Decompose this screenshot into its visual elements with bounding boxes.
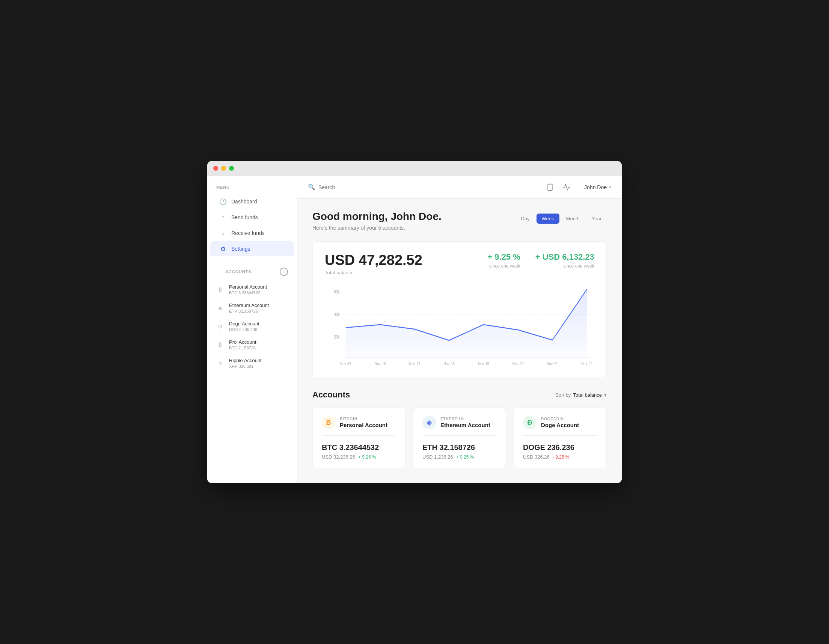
accounts-section: Accounts Sort by Total balance ▾ B BITCO… <box>312 390 607 468</box>
sidebar-account-ripple[interactable]: ✕ Ripple Account XRP 326.591 <box>207 354 297 372</box>
greeting-row: Good morning, John Doe. Here's the summa… <box>312 211 607 231</box>
chart-svg: 60k 40k 20k <box>325 285 594 367</box>
send-funds-icon: ↑ <box>219 214 227 221</box>
balance-block: USD 47,282.52 Total balance <box>325 252 422 276</box>
sidebar-item-settings[interactable]: ⚙ Settings <box>210 241 294 256</box>
btc-personal-info: BITCOIN Personal Account <box>340 417 388 428</box>
sidebar-account-ethereum[interactable]: ◈ Ethereum Account ETH 32.158726 <box>207 299 297 317</box>
total-balance-value: USD 47,282.52 <box>325 252 422 268</box>
maximize-button[interactable] <box>229 166 234 171</box>
greeting-sub: Here's the summary of your 5 accounts. <box>312 225 441 231</box>
pro-info: Pro' Account BTC 2.158726 <box>229 339 257 350</box>
doge-account-name: Doge Account <box>541 422 579 428</box>
period-tab-month[interactable]: Month <box>561 214 585 224</box>
sidebar-account-pro[interactable]: ₿ Pro' Account BTC 2.158726 <box>207 335 297 354</box>
eth-account-type: ETHEREUM <box>440 417 490 421</box>
titlebar <box>207 161 622 176</box>
svg-text:20k: 20k <box>334 334 340 339</box>
period-tab-day[interactable]: Day <box>515 214 535 224</box>
topbar-actions: John Doe ▾ <box>545 182 611 192</box>
user-menu[interactable]: John Doe ▾ <box>584 184 611 190</box>
svg-text:Nov. 20: Nov. 20 <box>512 361 524 366</box>
account-card-btc-personal[interactable]: B BITCOIN Personal Account BTC 3.2364453… <box>312 407 405 468</box>
doge-account-coin-icon: Ð <box>523 416 536 429</box>
usd-change-block: + USD 6,132.23 since one week <box>535 252 594 269</box>
sidebar-account-personal[interactable]: ₿ Personal Account BTC 3.23644532 <box>207 280 297 299</box>
svg-text:60k: 60k <box>334 289 340 294</box>
sort-by-dropdown[interactable]: Sort by Total balance ▾ <box>555 392 607 398</box>
app-window: MENU 🕐 Dashboard ↑ Send funds ↓ Receive … <box>207 161 622 483</box>
greeting-title: Good morning, John Doe. <box>312 211 441 222</box>
sidebar-nav: MENU 🕐 Dashboard ↑ Send funds ↓ Receive … <box>207 185 297 257</box>
period-tab-week[interactable]: Week <box>536 214 559 224</box>
minimize-button[interactable] <box>221 166 226 171</box>
svg-text:Nov. 22: Nov. 22 <box>581 361 593 366</box>
accounts-grid: B BITCOIN Personal Account BTC 3.2364453… <box>312 407 607 468</box>
search-wrap: 🔍 <box>308 184 539 191</box>
sidebar-item-label: Dashboard <box>231 198 257 205</box>
topbar-divider <box>578 184 578 191</box>
topbar: 🔍 <box>297 176 622 198</box>
sidebar-item-label: Send funds <box>231 214 258 220</box>
svg-text:Nov. 16: Nov. 16 <box>375 361 386 366</box>
btc-personal-balance: BTC 3.23644532 <box>322 443 396 452</box>
usd-change-label: since one week <box>535 263 594 269</box>
chart-area: 60k 40k 20k <box>325 285 594 367</box>
btc-personal-name: Personal Account <box>340 422 388 428</box>
eth-account-usd-val: USD 1,236.26 <box>422 454 453 460</box>
eth-account-balance: ETH 32.158726 <box>422 443 497 452</box>
btc-personal-usd: USD 32,236.26 + 9.25 % <box>322 454 396 460</box>
sidebar-item-label: Receive funds <box>231 230 265 236</box>
sidebar: MENU 🕐 Dashboard ↑ Send funds ↓ Receive … <box>207 176 297 483</box>
pct-change-label: since one week <box>487 263 520 269</box>
eth-account-header: ◈ ETHEREUM Ethereum Account <box>422 416 497 436</box>
eth-account-usd: USD 1,236.26 + 9.25 % <box>422 454 497 460</box>
device-icon[interactable] <box>545 182 555 192</box>
ethereum-name: Ethereum Account <box>229 302 269 308</box>
doge-account-type: DOGECOIN <box>541 417 579 421</box>
greeting-text: Good morning, John Doe. Here's the summa… <box>312 211 441 231</box>
account-card-eth-account[interactable]: ◈ ETHEREUM Ethereum Account ETH 32.15872… <box>413 407 506 468</box>
dashboard-icon: 🕐 <box>219 198 227 205</box>
add-account-button[interactable]: + <box>280 268 288 276</box>
accounts-section-title: Accounts <box>312 390 350 400</box>
personal-sub: BTC 3.23644532 <box>229 290 267 295</box>
period-tab-year[interactable]: Year <box>586 214 607 224</box>
pct-change-block: + 9.25 % since one week <box>487 252 520 269</box>
pro-sub: BTC 2.158726 <box>229 346 257 350</box>
btc-personal-usd-val: USD 32,236.26 <box>322 454 355 460</box>
search-input[interactable] <box>318 184 394 190</box>
content-area: Good morning, John Doe. Here's the summa… <box>297 198 622 483</box>
personal-name: Personal Account <box>229 284 267 290</box>
ripple-sub: XRP 326.591 <box>229 364 262 368</box>
doge-icon: Ð <box>216 322 225 331</box>
activity-icon[interactable] <box>561 182 572 192</box>
btc-personal-header: B BITCOIN Personal Account <box>322 416 396 436</box>
sidebar-item-dashboard[interactable]: 🕐 Dashboard <box>210 194 294 209</box>
sidebar-item-label: Settings <box>231 246 251 252</box>
ripple-icon: ✕ <box>216 359 225 367</box>
doge-name: Doge Account <box>229 321 259 326</box>
sidebar-account-doge[interactable]: Ð Doge Account DOGE 236.236 <box>207 317 297 335</box>
sidebar-item-send-funds[interactable]: ↑ Send funds <box>210 210 294 225</box>
account-card-doge-account[interactable]: Ð DOGECOIN Doge Account DOGE 236.236 USD… <box>514 407 607 468</box>
close-button[interactable] <box>213 166 218 171</box>
ethereum-icon: ◈ <box>216 304 225 312</box>
sidebar-item-receive-funds[interactable]: ↓ Receive funds <box>210 225 294 241</box>
accounts-label: ACCOUNTS <box>216 269 260 274</box>
doge-account-balance: DOGE 236.236 <box>523 443 597 452</box>
svg-text:Nov. 18: Nov. 18 <box>443 361 455 366</box>
pro-name: Pro' Account <box>229 339 257 345</box>
personal-icon: ₿ <box>216 286 225 294</box>
total-balance-label: Total balance <box>325 270 422 276</box>
svg-text:Nov. 15: Nov. 15 <box>340 361 351 366</box>
eth-account-info: ETHEREUM Ethereum Account <box>440 417 490 428</box>
accounts-header: ACCOUNTS + <box>207 268 297 276</box>
ethereum-info: Ethereum Account ETH 32.158726 <box>229 302 269 313</box>
chart-stats: + 9.25 % since one week + USD 6,132.23 s… <box>487 252 594 269</box>
doge-account-header: Ð DOGECOIN Doge Account <box>523 416 597 436</box>
doge-account-pct: - 9.25 % <box>553 455 570 460</box>
btc-personal-type: BITCOIN <box>340 417 388 421</box>
sort-by-value: Total balance <box>573 392 602 398</box>
accounts-section-header: Accounts Sort by Total balance ▾ <box>312 390 607 400</box>
